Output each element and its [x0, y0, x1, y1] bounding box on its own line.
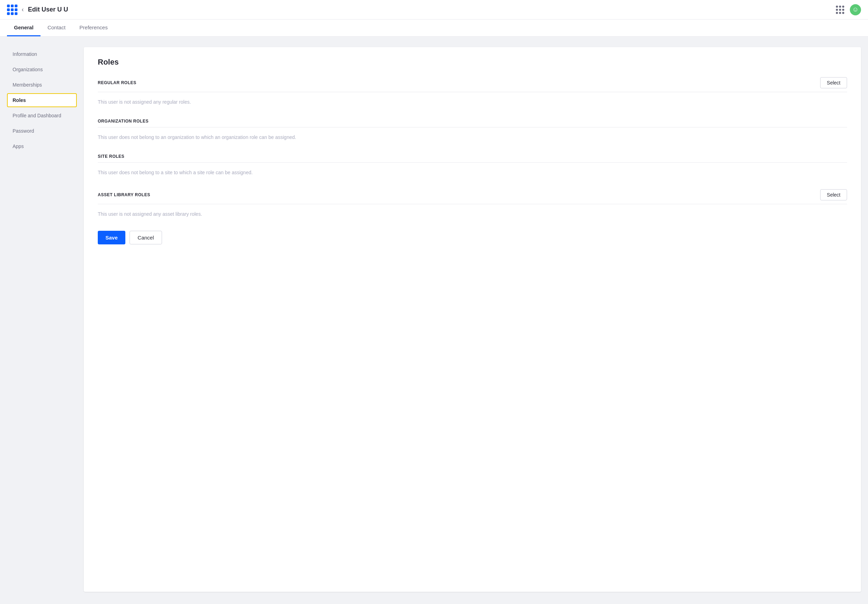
organization-roles-header: ORGANIZATION ROLES: [98, 119, 847, 127]
sidebar: Information Organizations Memberships Ro…: [7, 47, 77, 592]
content-title: Roles: [98, 57, 847, 67]
organization-roles-title: ORGANIZATION ROLES: [98, 119, 149, 124]
sidebar-item-password[interactable]: Password: [7, 124, 77, 138]
grid-menu-icon[interactable]: [836, 6, 844, 14]
sidebar-item-memberships[interactable]: Memberships: [7, 78, 77, 92]
tab-preferences[interactable]: Preferences: [73, 20, 115, 36]
organization-roles-section: ORGANIZATION ROLES This user does not be…: [98, 119, 847, 144]
site-roles-header: SITE ROLES: [98, 154, 847, 163]
regular-roles-select-button[interactable]: Select: [820, 77, 847, 88]
avatar[interactable]: ☺: [850, 4, 861, 15]
asset-library-roles-empty-text: This user is not assigned any asset libr…: [98, 210, 847, 220]
asset-library-roles-header: ASSET LIBRARY ROLES Select: [98, 189, 847, 204]
page-title: Edit User U U: [28, 6, 68, 13]
content-area: Roles REGULAR ROLES Select This user is …: [84, 47, 861, 592]
regular-roles-header: REGULAR ROLES Select: [98, 77, 847, 92]
asset-library-roles-title: ASSET LIBRARY ROLES: [98, 192, 150, 197]
site-roles-title: SITE ROLES: [98, 154, 124, 159]
save-button[interactable]: Save: [98, 231, 126, 245]
regular-roles-empty-text: This user is not assigned any regular ro…: [98, 98, 847, 108]
tabs-bar: General Contact Preferences: [0, 20, 868, 37]
top-bar: ‹ Edit User U U ☺: [0, 0, 868, 20]
tab-contact[interactable]: Contact: [40, 20, 73, 36]
action-buttons: Save Cancel: [98, 231, 847, 245]
sidebar-item-profile-and-dashboard[interactable]: Profile and Dashboard: [7, 108, 77, 122]
regular-roles-section: REGULAR ROLES Select This user is not as…: [98, 77, 847, 108]
tab-general[interactable]: General: [7, 20, 40, 36]
site-roles-empty-text: This user does not belong to a site to w…: [98, 168, 847, 179]
back-button[interactable]: ‹: [22, 6, 24, 13]
asset-library-roles-section: ASSET LIBRARY ROLES Select This user is …: [98, 189, 847, 220]
sidebar-item-information[interactable]: Information: [7, 47, 77, 61]
sidebar-item-organizations[interactable]: Organizations: [7, 62, 77, 76]
asset-library-roles-select-button[interactable]: Select: [820, 189, 847, 200]
top-bar-left: ‹ Edit User U U: [7, 5, 68, 15]
user-icon: ☺: [852, 6, 859, 13]
main-layout: Information Organizations Memberships Ro…: [0, 37, 868, 602]
sidebar-item-apps[interactable]: Apps: [7, 139, 77, 153]
regular-roles-title: REGULAR ROLES: [98, 80, 136, 85]
site-roles-section: SITE ROLES This user does not belong to …: [98, 154, 847, 179]
cancel-button[interactable]: Cancel: [130, 231, 162, 245]
sidebar-item-roles[interactable]: Roles: [7, 93, 77, 107]
top-bar-right: ☺: [836, 4, 861, 15]
app-grid-icon[interactable]: [7, 5, 17, 15]
organization-roles-empty-text: This user does not belong to an organiza…: [98, 133, 847, 144]
